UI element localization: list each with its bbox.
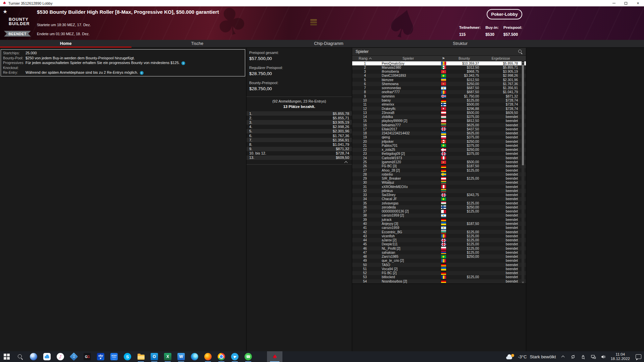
player-row[interactable]: 44aJarov [2]$125,00beendet <box>352 238 526 242</box>
tab-chip-diagramm[interactable]: Chip-Diagramm <box>263 40 394 47</box>
player-row[interactable]: 52FG BC [2]beendet <box>352 271 526 275</box>
sync-tray-icon[interactable] <box>570 354 576 360</box>
taskbar-chrome-button[interactable] <box>215 351 228 362</box>
taskbar-prime-button[interactable]: primevideo <box>107 351 121 362</box>
taskbar-edge-button[interactable] <box>188 351 201 362</box>
show-hidden-icons-button[interactable] <box>560 354 566 360</box>
player-row[interactable]: 4DaniC19941893$3.343,75$2.998,26 <box>352 74 526 78</box>
player-row[interactable]: 7sonmonedas$687,50$1.356,91 <box>352 86 526 90</box>
taskbar-search-button[interactable] <box>13 351 27 362</box>
maximize-button[interactable] <box>620 0 632 6</box>
player-row[interactable]: 49que_te_crio [2]beendet <box>352 259 526 263</box>
weather-widget[interactable]: -3°C Stark bewölkt <box>506 354 556 359</box>
taskbar-excel-button[interactable]: X <box>161 351 174 362</box>
scroll-up-button[interactable] <box>522 61 524 65</box>
players-scrollbar[interactable] <box>522 61 524 284</box>
column-results[interactable]: Ergebnisse <box>480 56 521 60</box>
player-row[interactable]: 39jutrackbeendet <box>352 218 526 222</box>
player-row[interactable]: 15playboy99999 [2]$812,50beendet <box>352 119 526 123</box>
usb-tray-icon[interactable] <box>580 354 586 360</box>
player-row[interactable]: 6Shemowna$250,00$1.767,36 <box>352 82 526 86</box>
network-tray-icon[interactable] <box>590 354 596 360</box>
player-row[interactable]: 33Sw33ney$343,75beendet <box>352 193 526 197</box>
player-row[interactable]: 50TA5Obeendet <box>352 263 526 267</box>
tab-tische[interactable]: Tische <box>131 40 263 47</box>
player-row[interactable]: 5bkmzee$312,50$2.301,96 <box>352 78 526 82</box>
taskbar-start-button[interactable] <box>0 351 13 362</box>
taskbar-ggpoker-button[interactable]: GG <box>80 351 94 362</box>
player-row[interactable]: 43vicenfish$125,00beendet <box>352 234 526 238</box>
player-row[interactable]: 47sahakian$125,00beendet <box>352 250 526 254</box>
player-row[interactable]: 17Ellaki2017$437,50beendet <box>352 127 526 131</box>
taskbar-itunes-button[interactable]: ♪ <box>54 351 67 362</box>
player-row[interactable]: 11elmerixx$500,00$728,74 <box>352 103 526 107</box>
player-row[interactable]: 16bebaimis777$625,00beendet <box>352 123 526 127</box>
player-row[interactable]: 40Anjeyyy [3]$187,50beendet <box>352 222 526 226</box>
tab-struktur[interactable]: Struktur <box>394 40 526 47</box>
info-icon[interactable]: i <box>181 61 185 65</box>
search-icon[interactable] <box>518 50 523 54</box>
taskbar-clock[interactable]: 11:04 18.12.2022 <box>610 352 630 361</box>
player-row[interactable]: 46NL_Profit [2]$125,00beendet <box>352 246 526 250</box>
player-row[interactable]: 28robinhobeendet <box>352 172 526 176</box>
taskbar-sphere-button[interactable] <box>27 351 40 362</box>
player-row[interactable]: 42Eccentric_BG$125,00beendet <box>352 230 526 234</box>
column-rank[interactable]: Rang <box>352 56 378 60</box>
player-row[interactable]: 10baexy$125,00$728,74 <box>352 98 526 102</box>
poker-lobby-button[interactable]: Poker-Lobby <box>487 9 522 19</box>
player-row[interactable]: 41carozo1959beendet <box>352 226 526 230</box>
player-row[interactable]: 18234241234214432$625,00beendet <box>352 131 526 135</box>
player-row[interactable]: 37000000000136 [2]$125,00beendet <box>352 209 526 214</box>
tab-home[interactable]: Home <box>0 40 131 47</box>
scroll-down-button[interactable] <box>522 280 524 284</box>
player-row[interactable]: 53bitlocked$125,00beendet <box>352 275 526 279</box>
taskbar-firefox-button[interactable] <box>201 351 215 362</box>
player-row[interactable]: 3ifromsiberia$968,75$3.905,19 <box>352 70 526 74</box>
player-row[interactable]: 27Ahoo_28 [2]$125,00beendet <box>352 168 526 172</box>
taskbar-sky-button[interactable]: sky <box>94 351 107 362</box>
action-center-button[interactable] <box>636 354 641 359</box>
scrollbar-thumb[interactable] <box>522 65 524 165</box>
player-row[interactable]: 20jnfpoker$250,00beendet <box>352 139 526 143</box>
info-icon[interactable]: i <box>140 71 144 75</box>
taskbar-outlook-button[interactable]: O <box>148 351 161 362</box>
taskbar-telegram-button[interactable] <box>228 351 241 362</box>
player-row[interactable]: 19qieng$375,00beendet <box>352 135 526 139</box>
player-row[interactable]: 8onofras*777$687,50$1.041,79 <box>352 90 526 94</box>
taskbar-word-button[interactable]: W <box>174 351 188 362</box>
player-row[interactable]: 14zlobilka$375,00beendet <box>352 115 526 119</box>
player-row[interactable]: 38carozo1959 [2]beendet <box>352 214 526 218</box>
taskbar-pokerstars-button[interactable]: ♠ <box>267 351 282 362</box>
player-row[interactable]: 25|gammi|€120$500,00beendet <box>352 160 526 164</box>
player-row[interactable]: 12Drakeylfc$296,88$728,74 <box>352 107 526 111</box>
player-row[interactable]: 35zelvavegas$125,00beendet <box>352 201 526 205</box>
volume-tray-icon[interactable] <box>600 354 606 360</box>
player-row[interactable]: 48Zaro's1985$250,00beendet <box>352 254 526 258</box>
player-row[interactable]: 29SIR_Breaker$125,00beendet <box>352 176 526 180</box>
player-row[interactable]: 21Pablos701$375,00beendet <box>352 143 526 147</box>
column-bounty[interactable]: Bounty <box>448 56 480 60</box>
taskbar-icloud-button[interactable] <box>40 351 54 362</box>
player-row[interactable]: 24CarlosW1973beendet <box>352 156 526 160</box>
player-row[interactable]: 1323noraB$500,00$609,50 <box>352 111 526 115</box>
close-button[interactable]: × <box>632 0 644 6</box>
player-row[interactable]: 31xXROMmMEOXxbeendet <box>352 185 526 189</box>
player-row[interactable]: 51Voca94 [2]beendet <box>352 267 526 271</box>
player-row[interactable]: 30Witalijuzbeendet <box>352 181 526 185</box>
player-row[interactable]: 36zerodeda$250,00beendet <box>352 205 526 209</box>
player-row[interactable]: 2Marusia1980$312,50$5.855,71 <box>352 65 526 69</box>
minimize-button[interactable] <box>608 0 620 6</box>
taskbar-skype-button[interactable]: S <box>121 351 134 362</box>
player-row[interactable]: 34Chacal JFbeendet <box>352 197 526 201</box>
taskbar-appletv-button[interactable]: ♫ <box>67 351 80 362</box>
player-row[interactable]: 45Deepkr111$125,00beendet <box>352 242 526 246</box>
column-flag flag-icon[interactable]: ⚑ <box>439 57 448 60</box>
player-row[interactable]: 23thebigdog09 [2]$375,00beendet <box>352 152 526 156</box>
player-row[interactable]: 54Nosnibourbos [2]beendet <box>352 279 526 283</box>
player-row[interactable]: 22x_zola25$250,00beendet <box>352 148 526 152</box>
column-player[interactable]: Spieler <box>378 56 439 60</box>
player-row[interactable]: 26FG BC [3]$187,50beendet <box>352 164 526 168</box>
player-row[interactable]: 1PeroQmaloSoy$10.359,37$5.855,78 <box>352 61 526 65</box>
player-row[interactable]: 9ramminn$1.750,00$871,32 <box>352 94 526 98</box>
player-row[interactable]: 32pilinkusbeendet <box>352 189 526 193</box>
